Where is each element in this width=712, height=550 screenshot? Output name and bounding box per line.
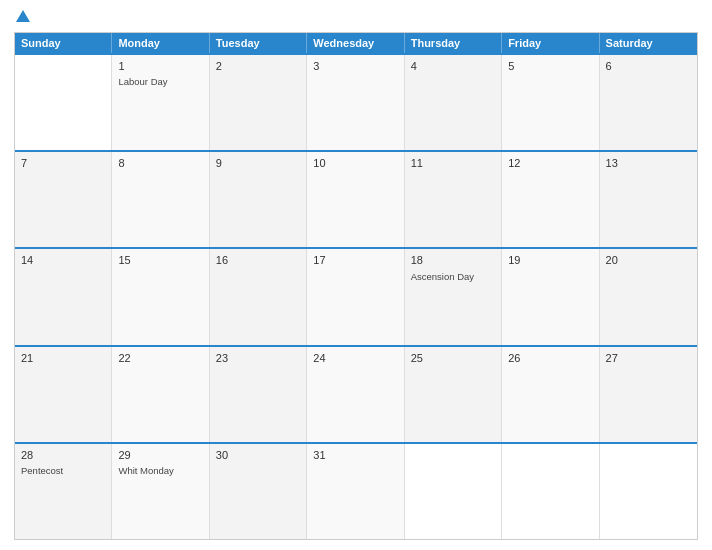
calendar-cell: 29Whit Monday <box>112 444 209 539</box>
day-header-saturday: Saturday <box>600 33 697 53</box>
calendar-week-2: 78910111213 <box>15 150 697 247</box>
calendar-week-5: 28Pentecost29Whit Monday3031 <box>15 442 697 539</box>
calendar-cell: 16 <box>210 249 307 344</box>
day-number: 16 <box>216 253 300 268</box>
day-header-friday: Friday <box>502 33 599 53</box>
day-number: 23 <box>216 351 300 366</box>
day-number: 26 <box>508 351 592 366</box>
day-number: 4 <box>411 59 495 74</box>
calendar-cell: 10 <box>307 152 404 247</box>
calendar-page: SundayMondayTuesdayWednesdayThursdayFrid… <box>0 0 712 550</box>
calendar-cell: 3 <box>307 55 404 150</box>
calendar-cell: 21 <box>15 347 112 442</box>
calendar-cell: 9 <box>210 152 307 247</box>
day-number: 11 <box>411 156 495 171</box>
calendar-cell: 5 <box>502 55 599 150</box>
calendar-cell <box>405 444 502 539</box>
calendar-cell <box>502 444 599 539</box>
day-number: 15 <box>118 253 202 268</box>
calendar-cell: 24 <box>307 347 404 442</box>
day-number: 9 <box>216 156 300 171</box>
calendar-cell: 11 <box>405 152 502 247</box>
day-event: Labour Day <box>118 76 202 88</box>
day-event: Whit Monday <box>118 465 202 477</box>
day-header-sunday: Sunday <box>15 33 112 53</box>
day-number: 2 <box>216 59 300 74</box>
day-number: 12 <box>508 156 592 171</box>
day-number: 3 <box>313 59 397 74</box>
calendar-cell: 20 <box>600 249 697 344</box>
calendar-cell: 18Ascension Day <box>405 249 502 344</box>
day-number: 17 <box>313 253 397 268</box>
calendar-cell: 7 <box>15 152 112 247</box>
calendar-cell: 17 <box>307 249 404 344</box>
day-number: 6 <box>606 59 691 74</box>
day-header-wednesday: Wednesday <box>307 33 404 53</box>
day-number: 29 <box>118 448 202 463</box>
calendar-week-3: 1415161718Ascension Day1920 <box>15 247 697 344</box>
day-header-thursday: Thursday <box>405 33 502 53</box>
calendar-cell: 22 <box>112 347 209 442</box>
calendar-cell: 23 <box>210 347 307 442</box>
calendar-body: 1Labour Day23456789101112131415161718Asc… <box>15 53 697 539</box>
calendar-cell: 27 <box>600 347 697 442</box>
day-number: 24 <box>313 351 397 366</box>
day-event: Pentecost <box>21 465 105 477</box>
calendar-week-1: 1Labour Day23456 <box>15 53 697 150</box>
calendar-cell: 25 <box>405 347 502 442</box>
calendar-cell <box>15 55 112 150</box>
day-number: 5 <box>508 59 592 74</box>
day-number: 8 <box>118 156 202 171</box>
day-number: 30 <box>216 448 300 463</box>
calendar-cell: 15 <box>112 249 209 344</box>
day-number: 25 <box>411 351 495 366</box>
day-number: 7 <box>21 156 105 171</box>
calendar-cell: 31 <box>307 444 404 539</box>
day-header-monday: Monday <box>112 33 209 53</box>
calendar-cell: 30 <box>210 444 307 539</box>
day-number: 18 <box>411 253 495 268</box>
day-number: 19 <box>508 253 592 268</box>
calendar-cell: 1Labour Day <box>112 55 209 150</box>
calendar-cell: 14 <box>15 249 112 344</box>
day-event: Ascension Day <box>411 271 495 283</box>
logo <box>14 10 30 24</box>
day-number: 21 <box>21 351 105 366</box>
day-number: 31 <box>313 448 397 463</box>
page-header <box>14 10 698 24</box>
calendar-week-4: 21222324252627 <box>15 345 697 442</box>
day-number: 1 <box>118 59 202 74</box>
calendar-cell: 28Pentecost <box>15 444 112 539</box>
day-number: 20 <box>606 253 691 268</box>
calendar-cell: 13 <box>600 152 697 247</box>
calendar-cell: 4 <box>405 55 502 150</box>
day-header-tuesday: Tuesday <box>210 33 307 53</box>
calendar-cell <box>600 444 697 539</box>
day-number: 13 <box>606 156 691 171</box>
day-number: 14 <box>21 253 105 268</box>
calendar-cell: 12 <box>502 152 599 247</box>
calendar-cell: 8 <box>112 152 209 247</box>
calendar-cell: 6 <box>600 55 697 150</box>
calendar-cell: 26 <box>502 347 599 442</box>
day-number: 27 <box>606 351 691 366</box>
calendar-grid: SundayMondayTuesdayWednesdayThursdayFrid… <box>14 32 698 540</box>
logo-triangle-icon <box>16 10 30 22</box>
day-number: 22 <box>118 351 202 366</box>
calendar-cell: 19 <box>502 249 599 344</box>
calendar-cell: 2 <box>210 55 307 150</box>
day-number: 28 <box>21 448 105 463</box>
day-number: 10 <box>313 156 397 171</box>
calendar-header: SundayMondayTuesdayWednesdayThursdayFrid… <box>15 33 697 53</box>
